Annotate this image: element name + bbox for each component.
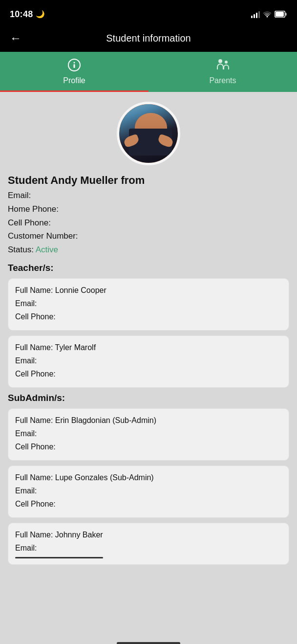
status-label: Status: xyxy=(8,245,34,254)
tabs-bar: Profile Parents xyxy=(0,52,297,92)
nav-bar: ← Student information xyxy=(0,26,297,52)
moon-icon: 🌙 xyxy=(36,10,45,19)
main-content: Student Andy Mueller from Email: Home Ph… xyxy=(0,92,297,638)
svg-point-4 xyxy=(74,62,75,64)
status-value: Active xyxy=(36,245,58,254)
subadmin-2-name: Full Name: Lupe Gonzales (Sub-Admin) xyxy=(15,472,282,484)
subadmin-1-name: Full Name: Erin Blagdonian (Sub-Admin) xyxy=(15,415,282,426)
teacher-card-1: Full Name: Lonnie Cooper Email: Cell Pho… xyxy=(8,278,289,331)
tab-parents[interactable]: Parents xyxy=(148,52,297,92)
customer-number-line: Customer Number: xyxy=(8,230,289,242)
svg-rect-2 xyxy=(276,12,284,17)
status-icons xyxy=(251,10,287,18)
teacher-card-2: Full Name: Tyler Marolf Email: Cell Phon… xyxy=(8,335,289,388)
subadmin-2-email: Email: xyxy=(15,485,282,497)
teacher-2-phone: Cell Phone: xyxy=(15,368,282,380)
avatar-container xyxy=(8,102,289,165)
back-button[interactable]: ← xyxy=(10,31,21,45)
teacher-2-email: Email: xyxy=(15,355,282,367)
home-phone-line: Home Phone: xyxy=(8,203,289,215)
parents-tab-icon xyxy=(215,59,230,74)
signal-icon xyxy=(251,10,260,18)
page-title: Student information xyxy=(29,33,268,44)
teacher-1-name: Full Name: Lonnie Cooper xyxy=(15,285,282,296)
status-line: Status: Active xyxy=(8,244,289,256)
bottom-underline xyxy=(15,557,103,558)
subadmin-3-name: Full Name: Johnny Baker xyxy=(15,529,282,541)
svg-rect-5 xyxy=(74,64,75,68)
teacher-2-name: Full Name: Tyler Marolf xyxy=(15,342,282,354)
home-indicator xyxy=(0,638,297,644)
subadmin-card-2: Full Name: Lupe Gonzales (Sub-Admin) Ema… xyxy=(8,466,289,518)
subadmin-card-1: Full Name: Erin Blagdonian (Sub-Admin) E… xyxy=(8,408,289,461)
wifi-icon xyxy=(263,11,272,18)
subadmins-section-header: SubAdmin/s: xyxy=(8,393,289,403)
teacher-1-email: Email: xyxy=(15,298,282,310)
subadmin-3-email: Email: xyxy=(15,542,282,554)
tab-profile-label: Profile xyxy=(63,76,85,85)
status-time: 10:48 xyxy=(10,9,33,20)
teacher-1-phone: Cell Phone: xyxy=(15,311,282,323)
subadmin-card-3: Full Name: Johnny Baker Email: xyxy=(8,523,289,565)
subadmin-1-phone: Cell Phone: xyxy=(15,441,282,453)
home-bar xyxy=(117,642,180,644)
avatar xyxy=(117,102,180,165)
svg-point-6 xyxy=(218,59,222,63)
status-bar: 10:48 🌙 xyxy=(0,0,297,26)
svg-rect-1 xyxy=(285,13,287,16)
profile-tab-icon xyxy=(68,59,81,74)
tab-parents-label: Parents xyxy=(209,76,236,85)
battery-icon xyxy=(275,11,287,18)
email-line: Email: xyxy=(8,190,289,201)
svg-point-7 xyxy=(225,61,228,64)
student-name: Student Andy Mueller from xyxy=(8,174,289,187)
subadmin-1-email: Email: xyxy=(15,428,282,440)
tab-profile[interactable]: Profile xyxy=(0,52,148,92)
cell-phone-line: Cell Phone: xyxy=(8,217,289,229)
subadmin-2-phone: Cell Phone: xyxy=(15,498,282,510)
teachers-section-header: Teacher/s: xyxy=(8,263,289,273)
